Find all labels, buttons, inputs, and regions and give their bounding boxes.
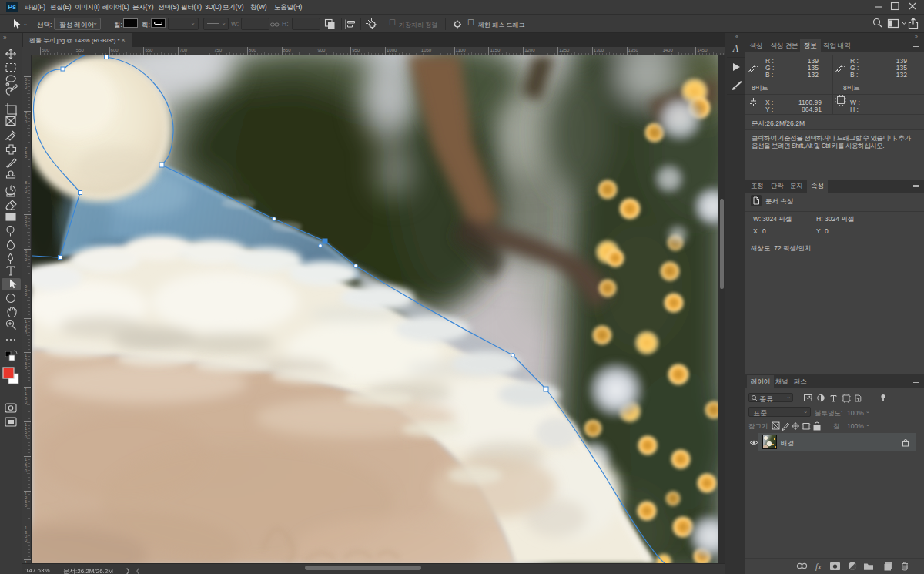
- svg-text:fx: fx: [815, 562, 822, 571]
